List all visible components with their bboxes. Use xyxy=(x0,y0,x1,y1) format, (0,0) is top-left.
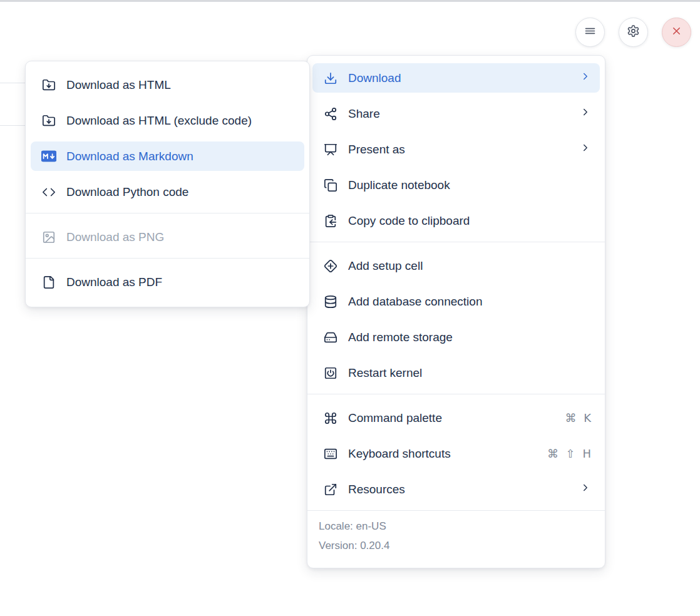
version-label: Version: 0.20.4 xyxy=(319,539,594,553)
menu-item-download-pdf[interactable]: Download as PDF xyxy=(31,267,304,297)
menu-item-add-setup-cell[interactable]: Add setup cell xyxy=(312,251,600,280)
menu-item-restart-kernel[interactable]: Restart kernel xyxy=(312,358,600,388)
menu-footer: Locale: en-US Version: 0.20.4 xyxy=(307,518,605,566)
clipboard-copy-icon xyxy=(323,213,338,228)
menu-item-add-remote-storage[interactable]: Add remote storage xyxy=(312,322,600,352)
external-link-icon xyxy=(323,482,338,497)
menu-separator xyxy=(26,258,309,259)
hamburger-icon xyxy=(584,24,597,40)
folder-down-icon xyxy=(41,113,56,128)
menu-item-keyboard-shortcuts[interactable]: Keyboard shortcuts ⌘ ⇧ H xyxy=(312,439,600,468)
menu-separator xyxy=(307,510,605,511)
app-background: Download Share Present as xyxy=(0,0,700,616)
background-cell-border xyxy=(0,83,26,83)
file-icon xyxy=(41,275,56,290)
code-icon xyxy=(41,185,56,200)
background-cell-border xyxy=(0,125,26,126)
menu-item-command-palette[interactable]: Command palette ⌘ K xyxy=(312,403,600,433)
floating-toolbar xyxy=(575,18,691,47)
duplicate-icon xyxy=(323,178,338,193)
menu-item-add-database[interactable]: Add database connection xyxy=(312,287,600,316)
chevron-right-icon xyxy=(580,482,591,496)
presentation-icon xyxy=(323,142,338,157)
menu-item-download-html[interactable]: Download as HTML xyxy=(31,70,304,100)
keyboard-icon xyxy=(323,446,338,461)
notebook-actions-menu: Download Share Present as xyxy=(307,55,605,568)
download-icon xyxy=(323,71,338,86)
shortcut-command-k: ⌘ K xyxy=(565,411,591,424)
menu-item-duplicate-notebook[interactable]: Duplicate notebook xyxy=(312,170,600,200)
menu-separator xyxy=(307,242,605,242)
menu-item-download-png[interactable]: Download as PNG xyxy=(31,222,304,252)
shutdown-button[interactable] xyxy=(662,18,691,47)
image-icon xyxy=(41,230,56,245)
share-icon xyxy=(323,106,338,121)
folder-down-icon xyxy=(41,78,56,93)
shortcut-command-shift-h: ⌘ ⇧ H xyxy=(547,447,591,460)
database-icon xyxy=(323,294,338,309)
chevron-right-icon xyxy=(580,142,591,157)
menu-item-download-python[interactable]: Download as PNG Download Python code xyxy=(31,177,304,207)
command-icon xyxy=(323,411,338,426)
menu-item-resources[interactable]: Resources xyxy=(312,475,600,504)
menu-item-download-html-exclude-code[interactable]: Download as HTML (exclude code) xyxy=(31,106,304,135)
gear-icon xyxy=(627,24,640,40)
hard-drive-icon xyxy=(323,330,338,345)
diamond-plus-icon xyxy=(323,259,338,274)
chevron-right-icon xyxy=(580,106,591,121)
page-top-border xyxy=(0,0,700,2)
close-x-icon xyxy=(671,25,682,39)
power-icon xyxy=(323,366,338,381)
menu-item-present-as[interactable]: Present as xyxy=(312,135,600,164)
notebook-menu-button[interactable] xyxy=(575,18,605,47)
menu-item-download[interactable]: Download xyxy=(312,63,600,93)
menu-item-copy-code[interactable]: Copy code to clipboard xyxy=(312,206,600,235)
menu-item-download-markdown[interactable]: Download as Markdown xyxy=(31,141,304,171)
download-submenu: Download as HTML Download as HTML (exclu… xyxy=(25,61,310,307)
menu-item-share[interactable]: Share xyxy=(312,99,600,128)
markdown-icon xyxy=(41,149,56,164)
settings-button[interactable] xyxy=(619,18,648,47)
menu-separator xyxy=(307,394,605,394)
chevron-right-icon xyxy=(580,71,591,85)
locale-label: Locale: en-US xyxy=(319,520,594,533)
menu-separator xyxy=(26,213,309,213)
